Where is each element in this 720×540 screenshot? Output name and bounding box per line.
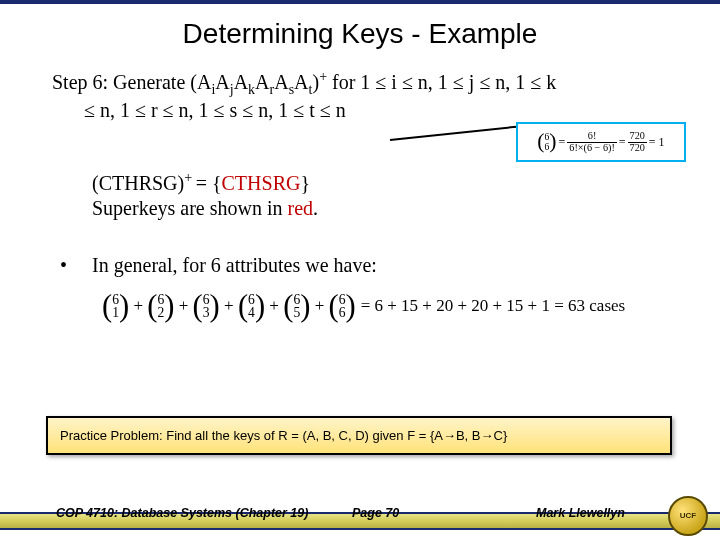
binom-6-6: (66) xyxy=(537,132,556,151)
closure-rhs: CTHSRG xyxy=(222,172,301,194)
slide-title: Determining Keys - Example xyxy=(0,18,720,50)
step6-line2: ≤ n, 1 ≤ r ≤ n, 1 ≤ s ≤ n, 1 ≤ t ≤ n xyxy=(84,99,346,121)
superkeys-period: . xyxy=(313,197,318,219)
footer-page: Page 70 xyxy=(352,506,399,520)
ucf-logo-icon: UCF xyxy=(668,496,708,536)
eq1: = xyxy=(559,135,566,150)
slide: Determining Keys - Example Step 6: Gener… xyxy=(0,0,720,540)
frac1: 6!6!×(6 − 6)! xyxy=(567,131,616,153)
binom-term: (61) xyxy=(102,293,129,320)
closure-lhs: (CTHRSG) xyxy=(92,172,184,194)
closure-equation: (CTHRSG)+ = {CTHSRG} xyxy=(92,169,680,196)
closure-block: (CTHRSG)+ = {CTHSRG} Superkeys are shown… xyxy=(52,169,680,221)
plus-sign: + xyxy=(129,296,147,315)
superkeys-line: Superkeys are shown in red. xyxy=(92,196,680,221)
frac2: 720720 xyxy=(628,131,647,153)
binomial-callout: (66) = 6!6!×(6 − 6)! = 720720 = 1 xyxy=(516,122,686,162)
combo-rhs: = 6 + 15 + 20 + 20 + 15 + 1 = 63 cases xyxy=(361,296,625,315)
eq2: = xyxy=(619,135,626,150)
footer-course: COP 4710: Database Systems (Chapter 19) xyxy=(56,506,308,520)
binom-term: (63) xyxy=(193,293,220,320)
practice-text: Practice Problem: Find all the keys of R… xyxy=(60,428,507,443)
binom-term: (64) xyxy=(238,293,265,320)
closure-close: } xyxy=(300,172,310,194)
plus-sign: + xyxy=(175,296,193,315)
eq3: = 1 xyxy=(649,135,665,150)
bullet-marker: • xyxy=(52,253,92,278)
bullet-row: • In general, for 6 attributes we have: xyxy=(52,253,680,278)
closure-eq: = { xyxy=(196,172,222,194)
slide-body: Step 6: Generate (AiAjAkArAsAt)+ for 1 ≤… xyxy=(0,68,720,320)
practice-problem-box: Practice Problem: Find all the keys of R… xyxy=(46,416,672,455)
plus-sign: + xyxy=(265,296,283,315)
superkeys-red: red xyxy=(288,197,314,219)
combo-formula: (61) + (62) + (63) + (64) + (65) + (66) … xyxy=(52,292,680,320)
binom-term: (65) xyxy=(283,293,310,320)
superkeys-text: Superkeys are shown in xyxy=(92,197,288,219)
step6-rest: for 1 ≤ i ≤ n, 1 ≤ j ≤ n, 1 ≤ k xyxy=(327,71,556,93)
plus-sign: + xyxy=(220,296,238,315)
closure-sup: + xyxy=(184,170,195,185)
binom-term: (66) xyxy=(328,293,355,320)
plus-sign: + xyxy=(310,296,328,315)
step6-text: Step 6: Generate (AiAjAkArAsAt)+ for 1 ≤… xyxy=(52,68,680,123)
step6-prefix: Step 6: Generate (A xyxy=(52,71,211,93)
footer: COP 4710: Database Systems (Chapter 19) … xyxy=(0,494,720,540)
binom-term: (62) xyxy=(147,293,174,320)
footer-author: Mark Llewellyn xyxy=(536,506,625,520)
bullet-text: In general, for 6 attributes we have: xyxy=(92,253,377,278)
